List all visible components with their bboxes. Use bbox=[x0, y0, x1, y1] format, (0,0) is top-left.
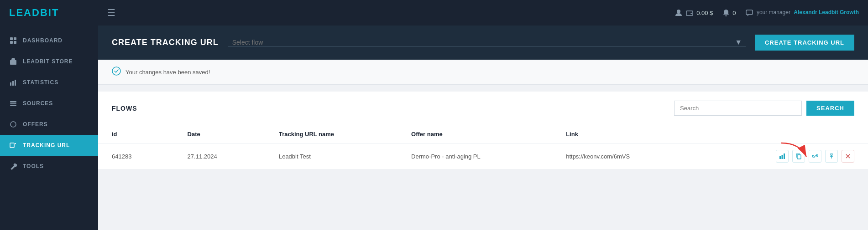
dashboard-icon bbox=[9, 36, 17, 45]
cell-date: 27.11.2024 bbox=[174, 143, 265, 169]
svg-rect-8 bbox=[10, 101, 16, 102]
svg-point-16 bbox=[112, 67, 120, 75]
stats-icon-button[interactable] bbox=[776, 150, 789, 163]
svg-point-13 bbox=[677, 10, 680, 13]
svg-rect-10 bbox=[10, 105, 16, 106]
logo-lead: LEAD bbox=[9, 7, 40, 18]
sources-icon bbox=[9, 99, 17, 107]
sidebar-item-dashboard[interactable]: DASHBOARD bbox=[0, 30, 98, 51]
search-button[interactable]: SEARCH bbox=[806, 101, 854, 116]
bar-chart-icon bbox=[779, 153, 785, 159]
logo: LEADBIT bbox=[0, 0, 98, 26]
notifications: 0 bbox=[722, 9, 736, 17]
success-banner: Your changes have been saved! bbox=[98, 60, 868, 85]
offers-icon bbox=[9, 120, 17, 128]
close-icon bbox=[845, 153, 851, 159]
copy-icon-button[interactable] bbox=[792, 150, 805, 163]
header-manager: your manager Alexandr Leadbit Growth bbox=[745, 9, 859, 17]
notification-count: 0 bbox=[732, 10, 736, 16]
main-content: ☰ 0.00 $ 0 bbox=[98, 0, 868, 230]
sidebar: LEADBIT DASHBOARD LEADBIT STORE bbox=[0, 0, 98, 230]
svg-rect-15 bbox=[746, 10, 753, 15]
search-area: SEARCH bbox=[674, 101, 854, 116]
manager-name: Alexandr Leadbit Growth bbox=[794, 9, 859, 15]
cell-tracking-url-name: Leadbit Test bbox=[265, 143, 397, 169]
svg-rect-7 bbox=[15, 80, 16, 86]
col-offer-name: Offer name bbox=[397, 125, 552, 143]
sidebar-item-leadbit-store[interactable]: LEADBIT STORE bbox=[0, 51, 98, 72]
flows-header: FLOWS SEARCH bbox=[98, 92, 868, 125]
svg-rect-3 bbox=[14, 41, 16, 44]
check-circle-icon bbox=[112, 66, 121, 78]
create-tracking-url-button[interactable]: CREATE TRACKING URL bbox=[755, 35, 854, 51]
flows-table: id Date Tracking URL name Offer name Lin… bbox=[98, 125, 868, 169]
user-icon bbox=[675, 9, 683, 17]
svg-rect-9 bbox=[10, 103, 16, 104]
sidebar-label-store: LEADBIT STORE bbox=[23, 58, 73, 65]
sidebar-label-offers: OFFERS bbox=[23, 121, 48, 128]
svg-rect-1 bbox=[14, 37, 16, 40]
page-body: CREATE TRACKING URL ▼ CREATE TRACKING UR… bbox=[98, 26, 868, 230]
pin-icon-button[interactable] bbox=[825, 150, 838, 163]
sidebar-label-dashboard: DASHBOARD bbox=[23, 37, 63, 44]
col-tracking-url-name: Tracking URL name bbox=[265, 125, 397, 143]
svg-point-11 bbox=[10, 122, 16, 127]
statistics-icon bbox=[9, 78, 17, 87]
sidebar-item-tracking-url[interactable]: TRACKING URL bbox=[0, 135, 98, 156]
svg-rect-0 bbox=[10, 37, 13, 40]
svg-rect-18 bbox=[779, 156, 781, 159]
cell-actions bbox=[698, 143, 868, 169]
bell-icon bbox=[722, 9, 730, 17]
logo-text: LEADBIT bbox=[9, 7, 59, 19]
create-tracking-header: CREATE TRACKING URL ▼ CREATE TRACKING UR… bbox=[98, 26, 868, 60]
manager-prefix: your manager bbox=[757, 9, 790, 15]
col-date: Date bbox=[174, 125, 265, 143]
store-icon bbox=[9, 57, 17, 66]
flows-title: FLOWS bbox=[112, 105, 137, 112]
sidebar-item-statistics[interactable]: STATISTICS bbox=[0, 72, 98, 93]
cell-id: 641283 bbox=[98, 143, 174, 169]
svg-rect-21 bbox=[797, 155, 801, 159]
logo-bit: BIT bbox=[40, 7, 59, 18]
sidebar-label-tools: TOOLS bbox=[23, 163, 44, 169]
svg-rect-2 bbox=[10, 41, 13, 44]
link-icon bbox=[812, 153, 818, 159]
header-right: 0.00 $ 0 your manager Alexandr Leadbit G… bbox=[675, 9, 859, 17]
svg-rect-20 bbox=[784, 153, 785, 159]
table-header-row: id Date Tracking URL name Offer name Lin… bbox=[98, 125, 868, 143]
col-link: Link bbox=[552, 125, 698, 143]
page-title: CREATE TRACKING URL bbox=[112, 38, 219, 47]
sidebar-item-sources[interactable]: SOURCES bbox=[0, 93, 98, 114]
header-balance: 0.00 $ bbox=[675, 9, 713, 17]
svg-rect-19 bbox=[782, 155, 783, 159]
pin-icon bbox=[828, 153, 835, 159]
balance-amount: 0.00 $ bbox=[696, 10, 713, 16]
link-icon-button[interactable] bbox=[809, 150, 821, 163]
sidebar-label-sources: SOURCES bbox=[23, 100, 53, 107]
svg-rect-12 bbox=[10, 143, 14, 148]
copy-icon bbox=[795, 153, 802, 159]
top-header: ☰ 0.00 $ 0 bbox=[98, 0, 868, 26]
svg-rect-4 bbox=[10, 60, 16, 65]
action-icons bbox=[712, 150, 854, 163]
tracking-icon bbox=[9, 141, 17, 149]
sidebar-label-tracking-url: TRACKING URL bbox=[23, 142, 70, 148]
col-id: id bbox=[98, 125, 174, 143]
cell-offer-name: Dermo-Pro - anti-aging PL bbox=[397, 143, 552, 169]
sidebar-item-tools[interactable]: TOOLS bbox=[0, 156, 98, 177]
chevron-down-icon: ▼ bbox=[735, 38, 742, 46]
select-flow-input[interactable] bbox=[228, 39, 735, 46]
hamburger-menu[interactable]: ☰ bbox=[107, 7, 115, 18]
checkmark-icon bbox=[112, 66, 121, 76]
delete-icon-button[interactable] bbox=[842, 150, 854, 163]
svg-rect-5 bbox=[10, 82, 11, 86]
wallet-icon bbox=[685, 9, 694, 17]
search-input[interactable] bbox=[674, 101, 802, 116]
success-message: Your changes have been saved! bbox=[125, 69, 210, 76]
svg-rect-6 bbox=[12, 81, 14, 86]
sidebar-item-offers[interactable]: OFFERS bbox=[0, 114, 98, 135]
cell-link: https://keonv.com/6mVS bbox=[552, 143, 698, 169]
sidebar-nav: DASHBOARD LEADBIT STORE STATISTICS bbox=[0, 26, 98, 177]
col-actions bbox=[698, 125, 868, 143]
tools-icon bbox=[9, 162, 17, 170]
